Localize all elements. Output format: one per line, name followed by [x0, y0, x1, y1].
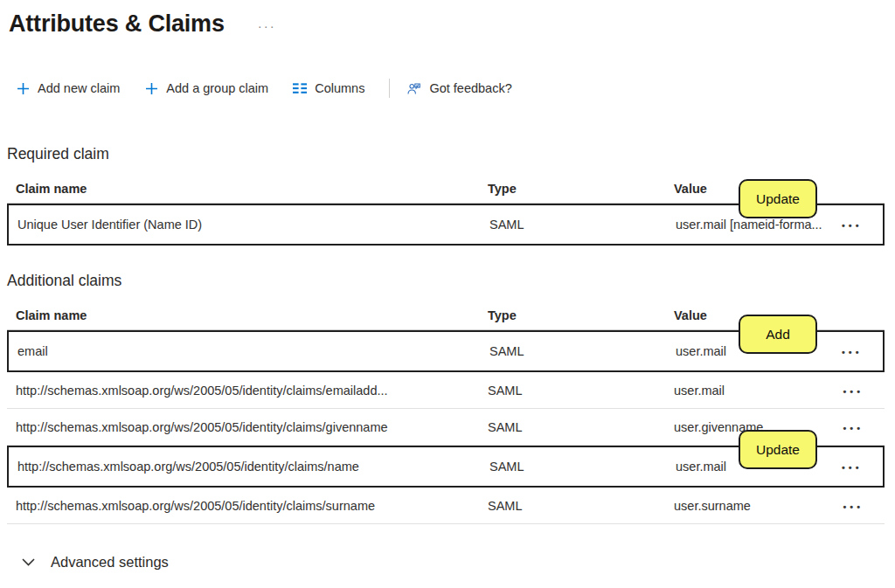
value-cell: user.mail [nameid-forma...	[667, 218, 833, 232]
type-cell: SAML	[479, 420, 665, 434]
required-claim-heading: Required claim	[7, 145, 895, 163]
annotation-update-name-claim: Update	[739, 430, 817, 469]
annotation-update-required-claim: Update	[739, 179, 817, 218]
type-cell: SAML	[481, 344, 667, 358]
claim-name-cell: email	[9, 344, 481, 358]
claim-name-cell: http://schemas.xmlsoap.org/ws/2005/05/id…	[7, 384, 479, 398]
toolbar: Add new claim Add a group claim Columns	[16, 75, 895, 101]
chevron-down-icon	[21, 556, 35, 570]
row-menu-button[interactable]: •••	[842, 462, 863, 473]
columns-icon	[293, 81, 307, 95]
attributes-claims-page: Attributes & Claims ··· Add new claim Ad…	[0, 0, 895, 588]
claim-name-cell: Unique User Identifier (Name ID)	[9, 218, 481, 232]
column-header-type: Type	[479, 182, 665, 196]
type-cell: SAML	[481, 218, 667, 232]
add-group-claim-button[interactable]: Add a group claim	[144, 81, 268, 95]
page-header: Attributes & Claims ···	[9, 7, 895, 40]
row-menu-button[interactable]: •••	[843, 423, 864, 433]
row-menu-button[interactable]: •••	[842, 220, 863, 231]
advanced-settings-label: Advanced settings	[51, 554, 169, 571]
type-cell: SAML	[479, 499, 665, 513]
additional-claims-heading: Additional claims	[7, 272, 895, 290]
toolbar-divider	[389, 79, 390, 98]
plus-icon	[144, 81, 158, 95]
page-title: Attributes & Claims	[9, 10, 225, 38]
table-row-emailaddress[interactable]: http://schemas.xmlsoap.org/ws/2005/05/id…	[7, 372, 885, 409]
add-group-claim-label: Add a group claim	[166, 81, 268, 95]
table-row-surname[interactable]: http://schemas.xmlsoap.org/ws/2005/05/id…	[7, 488, 885, 524]
got-feedback-button[interactable]: Got feedback?	[407, 81, 511, 95]
value-cell: user.surname	[665, 499, 831, 513]
column-header-claim-name: Claim name	[7, 308, 479, 322]
advanced-settings-toggle[interactable]: Advanced settings	[21, 554, 895, 571]
column-header-type: Type	[479, 308, 665, 322]
claim-name-cell: http://schemas.xmlsoap.org/ws/2005/05/id…	[7, 420, 479, 434]
columns-label: Columns	[315, 81, 364, 95]
add-new-claim-label: Add new claim	[38, 81, 120, 95]
plus-icon	[16, 81, 30, 95]
row-menu-button[interactable]: •••	[843, 502, 864, 512]
type-cell: SAML	[479, 384, 665, 398]
claim-name-cell: http://schemas.xmlsoap.org/ws/2005/05/id…	[9, 460, 481, 474]
add-new-claim-button[interactable]: Add new claim	[16, 81, 120, 95]
row-menu-button[interactable]: •••	[843, 386, 864, 397]
more-options-icon[interactable]: ···	[258, 15, 276, 33]
annotation-add-email-claim: Add	[739, 315, 817, 354]
claim-name-cell: http://schemas.xmlsoap.org/ws/2005/05/id…	[7, 499, 479, 513]
columns-button[interactable]: Columns	[293, 81, 364, 95]
got-feedback-label: Got feedback?	[429, 81, 511, 95]
column-header-claim-name: Claim name	[7, 182, 479, 196]
type-cell: SAML	[481, 460, 667, 474]
feedback-person-icon	[407, 81, 421, 95]
row-menu-button[interactable]: •••	[842, 347, 863, 357]
value-cell: user.mail	[665, 384, 831, 398]
